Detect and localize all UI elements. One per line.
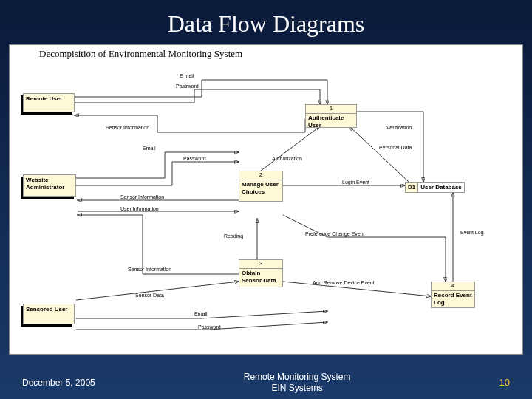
process-record-event-log: 4 Record Event Log [431, 282, 475, 308]
flow-sensor-data: Sensor Data [135, 293, 164, 298]
flow-login-event: Login Event [342, 180, 369, 185]
process-label: Manage User Choices [242, 181, 279, 195]
flow-email: Email [194, 311, 208, 316]
flow-personal-data: Personal Data [379, 145, 412, 150]
flow-authorization: Authorization [272, 156, 302, 161]
process-label: Obtain Sensor Data [242, 270, 276, 284]
flow-password: Password [176, 83, 199, 89]
flow-sensor-info: Sensor Information [128, 267, 171, 272]
flow-sensor-info: Sensor Information [106, 125, 149, 130]
flow-verification: Verification [386, 125, 412, 130]
entity-label: Remote User [26, 95, 62, 102]
process-authenticate-user: 1 Authenticate User [305, 104, 357, 128]
process-label: Authenticate User [308, 115, 344, 129]
flow-password: Password [183, 156, 206, 161]
svg-line-1 [349, 126, 409, 182]
diagram-canvas: Decompisition of Environmental Monitorin… [9, 44, 523, 355]
footer-date: December 5, 2005 [22, 378, 95, 388]
flow-user-info: User Information [120, 206, 159, 211]
datastore-id: D1 [405, 182, 418, 193]
datastore-label: User Database [418, 182, 465, 193]
footer-line1: Remote Monitoring System [244, 372, 351, 382]
flow-reading: Reading [224, 233, 243, 239]
footer-page-number: 10 [499, 377, 510, 388]
flow-email: E mail [180, 73, 194, 78]
entity-sensored-user: Sensored User [23, 304, 75, 324]
flow-preference-change: Preference Change Event [305, 231, 365, 236]
entity-remote-user: Remote User [23, 93, 75, 112]
slide-title: Data Flow Diagrams [0, 0, 532, 44]
slide-footer: December 5, 2005 Remote Monitoring Syste… [0, 372, 532, 393]
process-number: 1 [306, 105, 356, 114]
entity-label: Website Administrator [26, 177, 64, 191]
process-number: 2 [239, 171, 282, 180]
datastore-user-database: D1 User Database [405, 182, 465, 193]
process-label: Record Event Log [434, 292, 472, 306]
process-obtain-sensor-data: 3 Obtain Sensor Data [239, 259, 283, 287]
flow-event-log: Event Log [460, 230, 484, 235]
entity-website-admin: Website Administrator [23, 174, 76, 197]
process-number: 4 [432, 282, 474, 291]
svg-line-0 [261, 126, 320, 171]
flow-sensor-info: Sensor Information [120, 194, 164, 200]
flow-password: Password [198, 324, 221, 330]
diagram-title: Decompisition of Environmental Monitorin… [39, 48, 242, 60]
footer-line2: EIN Systems [244, 383, 351, 393]
flow-email: Email [143, 146, 156, 151]
flow-add-remove: Add Remove Device Event [313, 280, 375, 285]
process-number: 3 [239, 260, 282, 269]
footer-center: Remote Monitoring System EIN Systems [244, 372, 351, 393]
entity-label: Sensored User [26, 306, 67, 313]
process-manage-user-choices: 2 Manage User Choices [239, 171, 283, 202]
